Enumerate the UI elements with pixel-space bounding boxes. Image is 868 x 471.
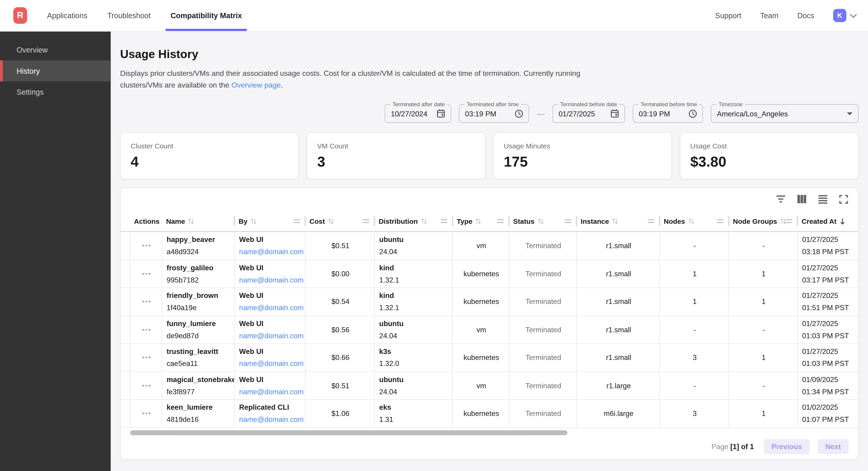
row-created-date: 01/27/2025 <box>802 235 856 244</box>
cell-type: vm <box>452 372 509 399</box>
row-actions-button[interactable] <box>140 410 153 417</box>
row-email-link[interactable]: name@domain.com <box>239 303 302 312</box>
row-by: Web UI <box>239 235 302 244</box>
pagination: Page [1] of 1 Previous Next <box>121 439 858 459</box>
columns-button[interactable] <box>797 195 806 205</box>
sidebar-item-settings[interactable]: Settings <box>0 81 111 102</box>
column-header-by[interactable]: By <box>234 211 305 231</box>
row-cost: $0.66 <box>332 353 349 362</box>
row-email-link[interactable]: name@domain.com <box>239 248 302 256</box>
timezone-select[interactable]: TimezoneAmerica/Los_Angeles <box>711 104 859 123</box>
row-email-link[interactable]: name@domain.com <box>239 415 302 424</box>
row-actions-button[interactable] <box>140 383 153 389</box>
cell-cost: $1.06 <box>305 400 374 427</box>
row-actions-button[interactable] <box>140 243 153 249</box>
caret-down-icon[interactable] <box>847 112 852 115</box>
row-email-link[interactable]: name@domain.com <box>239 275 302 284</box>
row-gutter <box>121 344 129 371</box>
tab-applications[interactable]: Applications <box>46 0 89 31</box>
column-header-type[interactable]: Type <box>452 211 509 231</box>
sort-icon <box>612 217 619 225</box>
row-cost: $0.00 <box>332 270 349 278</box>
column-menu-icon[interactable] <box>363 219 369 224</box>
clock-icon[interactable] <box>515 110 523 118</box>
row-actions-button[interactable] <box>140 270 153 277</box>
row-created-date: 01/27/2025 <box>802 263 856 272</box>
range-separator: — <box>537 109 545 118</box>
filter-terminated-before-date[interactable]: Terminated before date01/27/2025 <box>552 104 625 123</box>
column-header-distribution[interactable]: Distribution <box>374 211 452 231</box>
tab-troubleshoot[interactable]: Troubleshoot <box>106 0 152 31</box>
cell-created-at: 01/27/202501:03 PM PST <box>797 316 859 343</box>
calendar-icon[interactable] <box>437 109 445 118</box>
column-menu-icon[interactable] <box>717 219 723 224</box>
cell-instance: r1.small <box>576 288 659 316</box>
filter-terminated-after-date[interactable]: Terminated after date10/27/2024 <box>385 104 451 123</box>
stat-label: Cluster Count <box>131 142 288 150</box>
row-distribution: ubuntu <box>379 235 449 244</box>
nav-link-support[interactable]: Support <box>715 11 741 20</box>
account-menu[interactable]: K <box>833 9 857 22</box>
filter-terminated-after-time[interactable]: Terminated after time03:19 PM <box>459 104 529 123</box>
filter-terminated-before-time[interactable]: Terminated before time03:19 PM <box>633 104 703 123</box>
scrollbar-thumb[interactable] <box>130 430 567 435</box>
nav-link-team[interactable]: Team <box>760 11 778 20</box>
cell-status: Terminated <box>509 372 576 399</box>
row-email-link[interactable]: name@domain.com <box>239 387 302 396</box>
clock-icon[interactable] <box>688 110 697 118</box>
sidebar-item-overview[interactable]: Overview <box>0 39 111 60</box>
row-actions-button[interactable] <box>140 299 153 305</box>
stat-value: 3 <box>317 153 475 171</box>
stat-label: Usage Minutes <box>504 142 661 150</box>
column-menu-icon[interactable] <box>565 219 571 224</box>
avatar[interactable]: K <box>833 9 846 22</box>
fullscreen-icon <box>839 195 848 205</box>
column-header-node-groups[interactable]: Node Groups <box>728 211 797 231</box>
column-menu-icon[interactable] <box>785 219 792 224</box>
column-header-nodes[interactable]: Nodes <box>659 211 728 231</box>
row-actions-button[interactable] <box>140 354 153 361</box>
tab-compatibility-matrix[interactable]: Compatibility Matrix <box>169 0 243 31</box>
row-email-link[interactable]: name@domain.com <box>239 332 302 340</box>
column-header-status[interactable]: Status <box>509 211 576 231</box>
column-header-cost[interactable]: Cost <box>305 211 374 231</box>
cell-type: kubernetes <box>452 400 509 427</box>
row-email-link[interactable]: name@domain.com <box>239 359 302 368</box>
filter-label: Terminated before date <box>558 101 619 107</box>
filter-value: 10/27/2024 <box>391 110 434 118</box>
column-header-actions[interactable]: Actions <box>129 211 161 231</box>
column-header-created-at[interactable]: Created At <box>797 211 859 231</box>
calendar-icon[interactable] <box>611 109 619 118</box>
previous-button[interactable]: Previous <box>764 439 810 454</box>
next-button[interactable]: Next <box>817 439 849 454</box>
density-button[interactable] <box>818 195 828 205</box>
row-actions-button[interactable] <box>140 326 153 333</box>
row-nodes: 3 <box>693 353 696 362</box>
filter-icon <box>776 195 785 205</box>
row-instance: r1.small <box>606 297 631 306</box>
table-row: funny_lumierede9ed87dWeb UIname@domain.c… <box>121 316 858 344</box>
nav-link-docs[interactable]: Docs <box>797 11 814 20</box>
replicated-logo[interactable]: R <box>13 7 27 24</box>
cell-node-groups: - <box>728 372 797 399</box>
row-id: fe3f8977 <box>166 387 231 396</box>
overview-page-link[interactable]: Overview page <box>231 81 281 89</box>
fullscreen-button[interactable] <box>839 195 848 205</box>
column-menu-icon[interactable] <box>497 219 504 224</box>
column-menu-icon[interactable] <box>441 219 447 224</box>
cell-actions <box>129 344 161 371</box>
column-menu-icon[interactable] <box>648 219 654 224</box>
row-cost: $0.51 <box>332 381 349 390</box>
sidebar-item-history[interactable]: History <box>0 60 111 81</box>
column-header-name[interactable]: Name <box>162 211 234 231</box>
dot <box>142 245 144 247</box>
cell-actions <box>129 316 161 343</box>
column-header-instance[interactable]: Instance <box>576 211 659 231</box>
horizontal-scrollbar[interactable] <box>121 429 858 437</box>
row-node-groups: - <box>763 381 765 390</box>
column-menu-icon[interactable] <box>293 219 300 224</box>
row-version: 1.32.1 <box>379 303 449 312</box>
chevron-down-icon[interactable] <box>850 10 857 21</box>
row-node-groups: 1 <box>762 297 766 306</box>
filter-button[interactable] <box>776 195 785 205</box>
